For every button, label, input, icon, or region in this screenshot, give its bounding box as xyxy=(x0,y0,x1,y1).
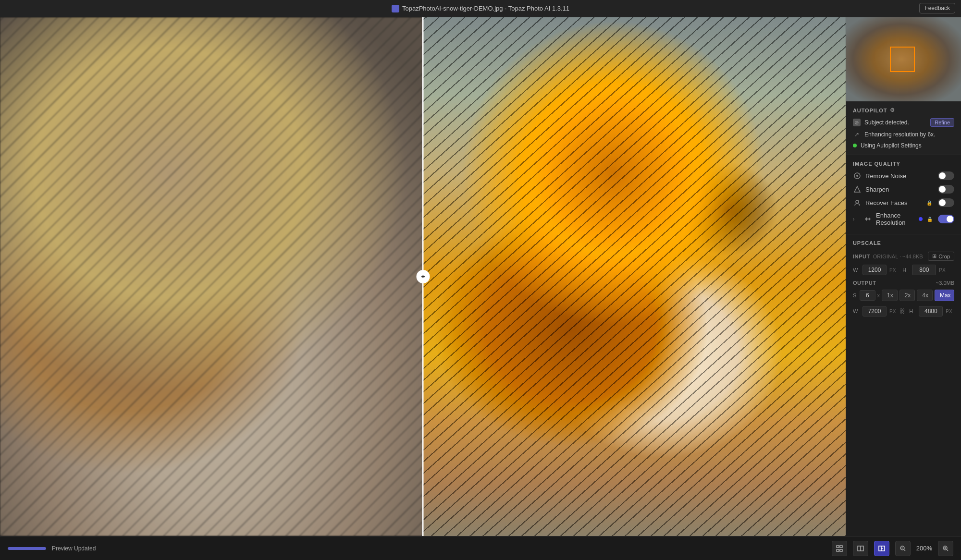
scale-max-button[interactable]: Max xyxy=(935,290,954,301)
input-row: INPUT ORIGINAL · ~44.8KB ⊞ Crop xyxy=(853,252,954,261)
output-width[interactable]: 7200 xyxy=(862,306,887,317)
scale-x-label: x xyxy=(877,292,880,298)
enhance-resolution-row: › Enhance Resolution 🔒 xyxy=(853,212,954,226)
panels-content: AUTOPILOT ⚙ ◎ Subject detected. Refine ↗… xyxy=(846,101,961,536)
expand-icon[interactable]: › xyxy=(853,216,860,222)
image-quality-title: IMAGE QUALITY xyxy=(853,161,900,167)
output-width-label: W xyxy=(853,308,860,314)
output-row: OUTPUT ~3.0MB xyxy=(853,280,954,286)
output-label: OUTPUT xyxy=(853,280,876,286)
window-title: TopazPhotoAI-snow-tiger-DEMO.jpg - Topaz… xyxy=(392,5,569,12)
width-label: W xyxy=(853,267,860,273)
recover-faces-icon xyxy=(853,198,862,207)
enhance-lock-icon: 🔒 xyxy=(926,216,933,222)
after-panel xyxy=(423,17,846,536)
enhance-resolution-label: Enhance Resolution xyxy=(876,212,915,226)
autopilot-title: AUTOPILOT xyxy=(853,108,887,113)
scale-value[interactable]: 6 xyxy=(860,290,875,301)
thumbnail-area xyxy=(846,17,961,101)
remove-noise-icon xyxy=(853,171,862,180)
output-size: ~3.0MB xyxy=(936,280,954,286)
progress-bar-fill xyxy=(8,547,46,550)
input-height[interactable]: 800 xyxy=(912,265,936,275)
image-viewer[interactable] xyxy=(0,17,846,536)
input-dimensions-row: W 1200 PX H 800 PX xyxy=(853,265,954,275)
zoom-in-button[interactable] xyxy=(938,541,953,556)
split-divider[interactable] xyxy=(422,17,424,536)
remove-noise-row: Remove Noise xyxy=(853,171,954,180)
subject-icon: ◎ xyxy=(853,119,861,126)
recover-faces-toggle[interactable] xyxy=(938,198,954,207)
svg-rect-4 xyxy=(837,546,839,548)
scale-buttons-row: S 6 x 1x 2x 4x Max xyxy=(853,290,954,301)
svg-line-19 xyxy=(947,549,948,551)
svg-line-15 xyxy=(904,549,905,551)
remove-noise-label: Remove Noise xyxy=(865,172,934,180)
scale-s-label: S xyxy=(853,292,858,298)
zoom-out-button[interactable] xyxy=(895,541,911,556)
crop-icon: ⊞ xyxy=(932,253,936,259)
split-view-icon xyxy=(878,545,886,552)
thumbnail-selection[interactable] xyxy=(890,47,915,72)
link-icon: ⛓ xyxy=(899,308,905,315)
output-height-label: H xyxy=(909,308,916,314)
title-bar: TopazPhotoAI-snow-tiger-DEMO.jpg - Topaz… xyxy=(0,0,961,17)
sharpen-icon xyxy=(853,185,862,194)
svg-marker-2 xyxy=(854,186,860,192)
crop-label: Crop xyxy=(938,254,950,259)
enhance-active-dot xyxy=(919,217,923,221)
after-image xyxy=(423,17,846,536)
input-label: INPUT xyxy=(853,254,870,259)
output-height-px: PX xyxy=(946,309,952,314)
before-image xyxy=(0,17,423,536)
zoom-value: 200% xyxy=(916,545,932,552)
resolution-icon: ↗ xyxy=(853,131,861,138)
scale-4x-button[interactable]: 4x xyxy=(917,290,933,301)
upscale-section: UPSCALE INPUT ORIGINAL · ~44.8KB ⊞ Crop … xyxy=(846,234,961,327)
split-arrows-icon xyxy=(420,274,426,280)
progress-bar xyxy=(8,547,46,550)
feedback-button[interactable]: Feedback xyxy=(919,3,955,13)
compare-button[interactable] xyxy=(853,541,868,556)
zoom-out-icon xyxy=(899,545,906,552)
autopilot-settings-row: Using Autopilot Settings xyxy=(853,142,954,149)
green-status-dot xyxy=(853,144,857,147)
input-width[interactable]: 1200 xyxy=(862,265,887,275)
sharpen-label: Sharpen xyxy=(865,186,934,193)
svg-rect-6 xyxy=(837,549,839,551)
output-height[interactable]: 4800 xyxy=(919,306,943,317)
zoom-in-icon xyxy=(942,545,949,552)
crop-button[interactable]: ⊞ Crop xyxy=(928,252,954,261)
input-height-px: PX xyxy=(939,268,945,273)
zoom-display: 200% xyxy=(916,545,932,552)
resolution-text: Enhancing resolution by 6x. xyxy=(864,131,935,138)
window-title-text: TopazPhotoAI-snow-tiger-DEMO.jpg - Topaz… xyxy=(402,5,569,12)
split-view-button[interactable] xyxy=(874,541,889,556)
upscale-title: UPSCALE xyxy=(853,240,881,246)
refine-button[interactable]: Refine xyxy=(930,118,954,127)
topaz-logo-icon xyxy=(392,5,399,12)
main-area: AUTOPILOT ⚙ ◎ Subject detected. Refine ↗… xyxy=(0,17,961,536)
height-label: H xyxy=(902,267,909,273)
autopilot-section: AUTOPILOT ⚙ ◎ Subject detected. Refine ↗… xyxy=(846,101,961,155)
svg-point-3 xyxy=(856,200,859,203)
autopilot-settings-text: Using Autopilot Settings xyxy=(861,142,922,149)
input-width-px: PX xyxy=(889,268,896,273)
subject-detected-text: Subject detected. xyxy=(864,119,909,126)
split-handle[interactable] xyxy=(416,270,430,283)
scale-2x-button[interactable]: 2x xyxy=(899,290,915,301)
svg-rect-7 xyxy=(840,549,842,551)
resolution-row: ↗ Enhancing resolution by 6x. xyxy=(853,131,954,138)
remove-noise-toggle[interactable] xyxy=(938,171,954,180)
fit-view-icon xyxy=(836,545,843,552)
gear-icon[interactable]: ⚙ xyxy=(890,107,895,113)
sharpen-toggle[interactable] xyxy=(938,185,954,194)
fit-view-button[interactable] xyxy=(832,541,847,556)
image-quality-section: IMAGE QUALITY Remove Noise xyxy=(846,155,961,234)
subject-detected-row: ◎ Subject detected. Refine xyxy=(853,118,954,127)
enhance-resolution-toggle[interactable] xyxy=(938,215,954,223)
scale-1x-button[interactable]: 1x xyxy=(882,290,898,301)
recover-faces-label: Recover Faces xyxy=(865,199,923,207)
bottom-toolbar: Preview Updated 200% xyxy=(0,536,961,560)
svg-rect-5 xyxy=(840,546,842,548)
